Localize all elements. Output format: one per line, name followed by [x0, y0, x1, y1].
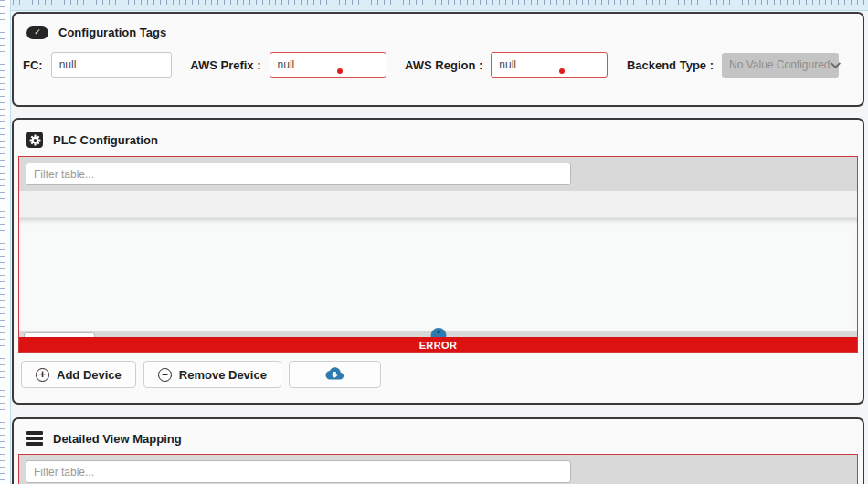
plc-table-body-empty [19, 218, 857, 331]
circle-plus-icon: + [36, 368, 49, 382]
designer-canvas: ✓ Configuration Tags FC: AWS Prefix : AW… [0, 0, 868, 484]
backend-type-field: Backend Type : No Value Configured [627, 53, 839, 78]
backend-type-selected-value: No Value Configured [729, 58, 831, 71]
gear-icon [26, 132, 43, 148]
aws-region-label: AWS Region : [405, 58, 482, 72]
plc-configuration-panel: PLC Configuration 25 rows ERROR + Add De… [12, 118, 864, 405]
error-status-bar: ERROR [19, 337, 857, 352]
plc-table: 25 rows ERROR [18, 156, 858, 353]
fc-label: FC: [23, 58, 43, 72]
aws-prefix-input-wrap [270, 52, 386, 78]
cloud-download-button[interactable] [289, 361, 381, 388]
chevron-down-icon [830, 58, 840, 68]
panel-title: Configuration Tags [58, 26, 166, 39]
aws-region-field: AWS Region : [405, 52, 608, 78]
plc-table-header-row [19, 191, 857, 218]
aws-prefix-label: AWS Prefix : [190, 58, 260, 72]
validation-error-dot-icon [559, 68, 565, 74]
detailed-view-filter-input[interactable] [26, 460, 571, 483]
plc-table-toolbar [19, 157, 857, 191]
aws-region-input-wrap [491, 52, 608, 78]
table-rows-icon [26, 431, 43, 446]
detailed-view-mapping-panel: Detailed View Mapping [12, 417, 864, 484]
backend-type-select[interactable]: No Value Configured [722, 53, 839, 78]
plc-filter-input[interactable] [26, 163, 571, 185]
aws-region-input[interactable] [491, 52, 608, 78]
fc-input[interactable] [51, 52, 172, 78]
grid-ruler-top [0, 0, 868, 11]
cloud-download-icon [324, 366, 344, 384]
detailed-view-header: Detailed View Mapping [14, 419, 863, 446]
toggle-check-icon: ✓ [26, 26, 48, 39]
configuration-tags-panel: ✓ Configuration Tags FC: AWS Prefix : AW… [12, 12, 864, 107]
panel-title: Detailed View Mapping [53, 432, 182, 446]
remove-device-label: Remove Device [179, 368, 267, 382]
validation-error-dot-icon [337, 68, 343, 74]
configuration-tags-header: ✓ Configuration Tags [14, 14, 863, 39]
grid-ruler-left [0, 0, 11, 484]
remove-device-button[interactable]: − Remove Device [143, 361, 281, 388]
fc-field: FC: [23, 52, 172, 78]
aws-prefix-input[interactable] [270, 52, 386, 78]
detailed-view-table [18, 454, 858, 484]
detailed-view-toolbar [19, 455, 857, 484]
plc-configuration-header: PLC Configuration [14, 120, 863, 148]
circle-minus-icon: − [158, 368, 172, 382]
add-device-button[interactable]: + Add Device [21, 361, 136, 388]
configuration-fields-row: FC: AWS Prefix : AWS Region : Backend Ty… [14, 39, 863, 78]
add-device-label: Add Device [57, 368, 122, 382]
panel-title: PLC Configuration [53, 133, 158, 147]
backend-type-label: Backend Type : [627, 58, 714, 72]
aws-prefix-field: AWS Prefix : [190, 52, 386, 78]
plc-actions-row: + Add Device − Remove Device [21, 361, 863, 388]
